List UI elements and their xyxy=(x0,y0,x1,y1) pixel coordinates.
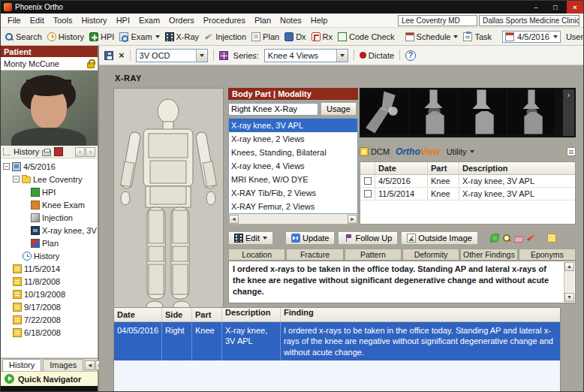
study-header-date[interactable]: Date xyxy=(375,162,428,174)
toolbar-dx-button[interactable]: Dx xyxy=(284,32,306,41)
clinic-field[interactable]: Dallas Sports Medicine Clinic xyxy=(479,15,579,26)
tree-node-past-visit[interactable]: 9/17/2008 xyxy=(1,300,98,313)
update-button[interactable]: Update xyxy=(285,231,335,245)
tab-images[interactable]: Images xyxy=(43,359,83,371)
xray-thumbnail-ap-2[interactable] xyxy=(459,89,506,134)
outside-image-button[interactable]: Outside Image xyxy=(401,231,478,245)
scroll-left-button[interactable]: ◄ xyxy=(229,215,239,224)
close-document-icon[interactable]: × xyxy=(119,50,125,60)
view-select-dropdown[interactable] xyxy=(196,50,207,62)
patient-name-row[interactable]: Monty McCune xyxy=(1,57,98,71)
xray-thumbnail-ap-3[interactable] xyxy=(507,89,555,134)
patient-photo[interactable] xyxy=(1,71,98,146)
scroll-left-button[interactable]: ‹ xyxy=(75,147,85,157)
checkbox[interactable] xyxy=(364,190,372,198)
procedure-item[interactable]: X-RAY Tib/Fib, 2 Views xyxy=(229,186,357,200)
toolbar-exam-button[interactable]: Exam xyxy=(119,32,159,41)
toolbar-rx-button[interactable]: Rx xyxy=(312,32,333,41)
printer-icon[interactable] xyxy=(42,150,51,156)
region-neck[interactable] xyxy=(163,122,173,130)
provider-field[interactable]: Lee Coventry MD xyxy=(398,15,477,26)
tree-node-past-visit[interactable]: 10/19/2008 xyxy=(1,288,98,300)
results-header-description[interactable]: Description xyxy=(222,308,281,321)
menu-edit[interactable]: Edit xyxy=(26,15,49,26)
region-abdomen[interactable] xyxy=(150,161,186,183)
toolbar-injection-button[interactable]: Injection xyxy=(204,32,246,41)
series-select-dropdown[interactable] xyxy=(336,50,348,62)
scroll-right-button[interactable]: › xyxy=(86,147,95,157)
save-icon[interactable] xyxy=(104,51,113,60)
utility-menu-button[interactable]: Utility xyxy=(447,147,474,156)
tree-node-past-visit[interactable]: 11/8/2008 xyxy=(1,275,98,288)
close-button[interactable]: × xyxy=(567,1,583,14)
study-header-part[interactable]: Part xyxy=(428,162,459,174)
dictate-button[interactable]: Dictate xyxy=(360,51,394,60)
tab-history[interactable]: History xyxy=(2,359,41,371)
procedure-list-hscrollbar[interactable]: ◄ ► xyxy=(228,214,358,225)
tree-node-knee-exam[interactable]: Knee Exam xyxy=(1,198,98,211)
menu-plan[interactable]: Plan xyxy=(250,15,275,26)
film-strip-next-button[interactable]: › xyxy=(563,89,574,136)
tree-node-hpi[interactable]: HPI xyxy=(1,185,98,198)
region-left-hand[interactable] xyxy=(121,191,130,205)
toolbar-schedule-button[interactable]: Schedule xyxy=(405,32,459,41)
notes-icon[interactable] xyxy=(567,147,576,156)
procedure-item[interactable]: Knees, Standing, Bilateral xyxy=(229,146,357,159)
procedure-item[interactable]: X-RAY Femur, 2 Views xyxy=(229,200,357,213)
procedure-item[interactable]: X-ray knee, 4 Views xyxy=(229,159,357,173)
visit-date-picker[interactable]: 4/5/2016 xyxy=(502,31,561,43)
scroll-up-button[interactable]: ▲ xyxy=(564,262,574,271)
tab-other-findings[interactable]: Other Findings xyxy=(460,249,517,261)
usage-button[interactable]: Usage xyxy=(321,102,357,116)
menu-file[interactable]: File xyxy=(3,15,26,26)
xray-thumbnail-ap-1[interactable] xyxy=(410,89,457,134)
study-row[interactable]: 11/5/2014 Knee X-ray knee, 3V APL xyxy=(360,188,575,201)
tabs-scroll-left-button[interactable]: ◄ xyxy=(85,360,95,370)
menu-help[interactable]: Help xyxy=(306,15,333,26)
maximize-button[interactable]: □ xyxy=(547,1,564,14)
region-right-shin[interactable] xyxy=(173,264,188,294)
chart-icon[interactable] xyxy=(54,147,63,156)
tree-node-injection[interactable]: Injection xyxy=(1,211,98,224)
tab-fracture[interactable]: Fracture xyxy=(286,249,343,261)
series-select[interactable]: Knee 4 Views xyxy=(264,49,348,62)
tree-node-visit-date[interactable]: −4/5/2016 xyxy=(1,160,98,173)
tree-node-provider[interactable]: −Lee Coventry xyxy=(1,173,98,185)
finding-vscrollbar[interactable]: ▲ ▼ xyxy=(564,262,574,302)
dcm-button[interactable]: DCM xyxy=(360,147,390,156)
region-right-hand[interactable] xyxy=(206,191,215,205)
tree-node-plan[interactable]: Plan xyxy=(1,237,98,249)
region-hip[interactable] xyxy=(150,186,186,204)
tree-node-past-visit[interactable]: 11/5/2014 xyxy=(1,262,98,275)
body-map[interactable] xyxy=(114,89,223,324)
tree-node-past-visit[interactable]: 7/22/2008 xyxy=(1,313,98,326)
region-right-knee[interactable] xyxy=(173,246,188,261)
body-part-search-input[interactable] xyxy=(228,103,318,116)
red-pen-icon[interactable] xyxy=(526,234,535,243)
region-left-knee[interactable] xyxy=(149,246,164,261)
results-header-finding[interactable]: Finding xyxy=(281,308,560,321)
minimize-button[interactable]: – xyxy=(528,1,544,14)
xray-thumbnail-lateral[interactable] xyxy=(361,89,408,134)
tab-pattern[interactable]: Pattern xyxy=(345,249,402,261)
toolbar-search-button[interactable]: Search xyxy=(5,32,42,41)
results-header-date[interactable]: Date xyxy=(114,308,162,321)
region-right-thigh[interactable] xyxy=(173,210,188,243)
orthoview-logo[interactable]: OrthoView xyxy=(396,146,441,157)
procedure-item[interactable]: MRI Knee, W/O DYE xyxy=(229,173,357,186)
menu-exam[interactable]: Exam xyxy=(134,15,164,26)
toolbar-history-button[interactable]: History xyxy=(47,32,84,41)
sticky-note-icon[interactable] xyxy=(547,234,556,243)
scrollbar-track[interactable] xyxy=(564,271,574,293)
menu-notes[interactable]: Notes xyxy=(275,15,306,26)
view-select[interactable]: 3V OCD xyxy=(136,49,208,62)
eraser-icon[interactable] xyxy=(513,237,524,243)
finding-textarea[interactable]: I ordered x-rays to be taken in the offi… xyxy=(228,261,576,303)
study-row[interactable]: 4/5/2016 Knee X-ray knee, 3V APL xyxy=(360,175,575,188)
procedure-item[interactable]: X-ray knee, 2 Views xyxy=(229,132,357,146)
collapse-icon[interactable]: − xyxy=(3,163,10,170)
toolbar-plan-button[interactable]: Plan xyxy=(251,32,279,41)
region-head[interactable] xyxy=(158,99,179,123)
tab-eponyms[interactable]: Eponyms xyxy=(519,249,576,261)
tree-node-xray[interactable]: X-ray knee, 3V A xyxy=(1,224,98,237)
